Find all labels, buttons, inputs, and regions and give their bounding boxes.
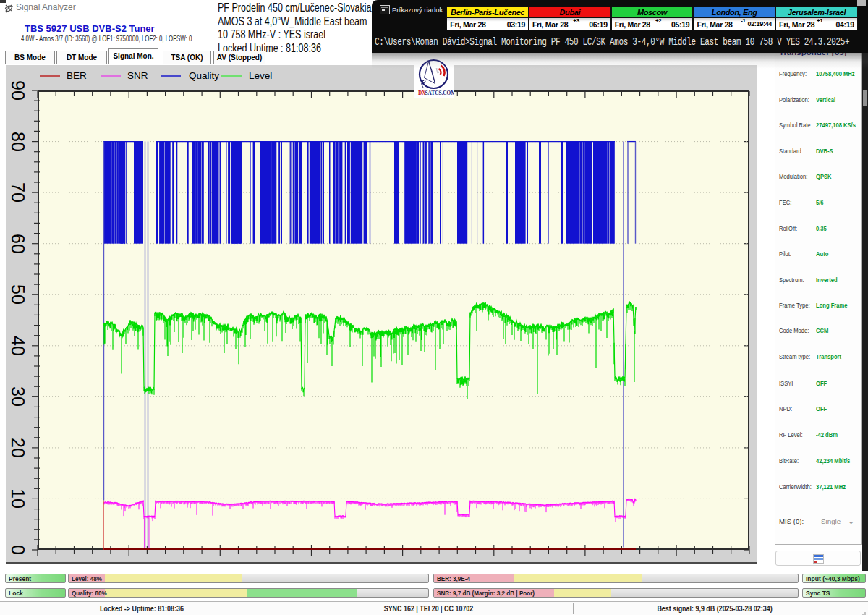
svg-text:SATCS.COM: SATCS.COM [425,90,454,96]
